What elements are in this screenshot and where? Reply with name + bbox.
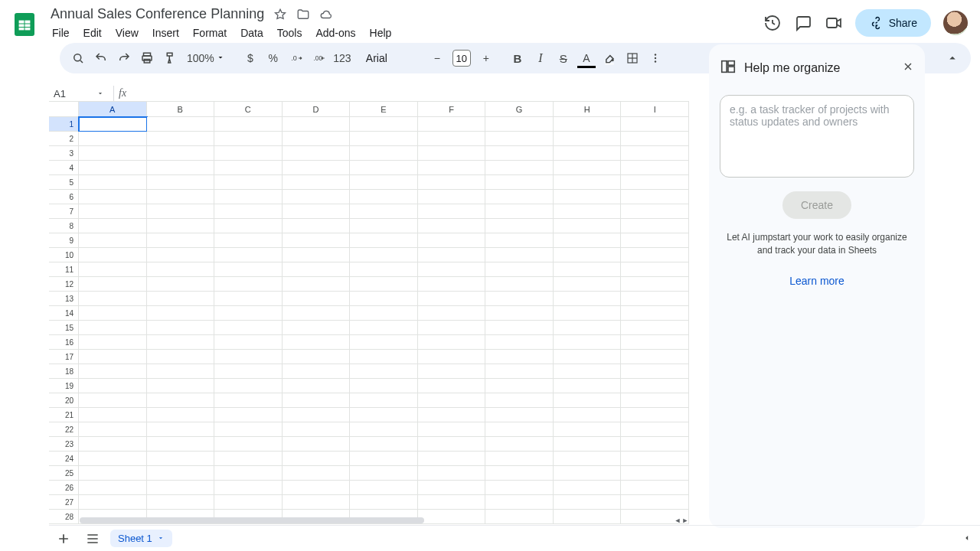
cell[interactable] [79, 175, 147, 190]
cell[interactable] [418, 321, 486, 335]
cell[interactable] [147, 364, 215, 379]
comments-icon[interactable] [794, 14, 812, 32]
cell[interactable] [214, 161, 283, 175]
decrease-decimal-icon[interactable]: .0 [286, 47, 307, 69]
cell[interactable] [621, 204, 689, 219]
row-header[interactable]: 3 [49, 146, 79, 161]
cell[interactable] [554, 495, 622, 510]
cell[interactable] [79, 219, 147, 233]
cell[interactable] [79, 117, 147, 132]
cell[interactable] [214, 175, 283, 190]
cell[interactable] [485, 350, 554, 364]
row-header[interactable]: 19 [49, 379, 79, 393]
cell[interactable] [621, 379, 689, 393]
cell[interactable] [214, 277, 283, 292]
cell[interactable] [214, 190, 283, 204]
paint-format-icon[interactable] [159, 47, 181, 69]
cell[interactable] [283, 306, 351, 321]
column-header[interactable]: A [79, 102, 147, 117]
cell[interactable] [283, 161, 351, 175]
font-select[interactable]: Arial [363, 52, 416, 64]
cell[interactable] [418, 466, 486, 481]
cell[interactable] [79, 146, 147, 161]
cell[interactable] [418, 277, 486, 292]
cell[interactable] [283, 335, 351, 350]
cell[interactable] [418, 452, 486, 466]
cell[interactable] [214, 481, 283, 495]
cell[interactable] [214, 452, 283, 466]
cell[interactable] [418, 393, 486, 408]
share-button[interactable]: Share [855, 9, 931, 37]
horizontal-scrollbar[interactable]: ◄ ► [80, 516, 689, 525]
cell[interactable] [283, 204, 351, 219]
cell[interactable] [418, 408, 486, 422]
cell[interactable] [418, 146, 486, 161]
cell[interactable] [621, 262, 689, 277]
cell[interactable] [350, 422, 418, 437]
cell[interactable] [350, 321, 418, 335]
cell[interactable] [350, 117, 418, 132]
row-header[interactable]: 8 [49, 219, 79, 233]
cell[interactable] [147, 408, 215, 422]
cell[interactable] [147, 350, 215, 364]
cell[interactable] [79, 292, 147, 306]
cell[interactable] [147, 204, 215, 219]
cell[interactable] [350, 233, 418, 248]
cell[interactable] [147, 437, 215, 452]
cell[interactable] [621, 350, 689, 364]
cell[interactable] [418, 364, 486, 379]
font-size-increase[interactable]: + [475, 47, 497, 69]
cell[interactable] [621, 321, 689, 335]
cell[interactable] [79, 364, 147, 379]
cell[interactable] [485, 306, 554, 321]
cell[interactable] [485, 466, 554, 481]
cell[interactable] [283, 495, 351, 510]
cell[interactable] [418, 306, 486, 321]
font-size-decrease[interactable]: − [426, 47, 448, 69]
row-header[interactable]: 13 [49, 292, 79, 306]
cell[interactable] [350, 466, 418, 481]
cell[interactable] [554, 393, 622, 408]
cell[interactable] [214, 466, 283, 481]
cell[interactable] [79, 379, 147, 393]
cell[interactable] [418, 422, 486, 437]
cell[interactable] [554, 132, 622, 146]
cell[interactable] [485, 452, 554, 466]
cell[interactable] [350, 190, 418, 204]
cell[interactable] [554, 321, 622, 335]
cell[interactable] [79, 190, 147, 204]
cell[interactable] [283, 146, 351, 161]
cell[interactable] [147, 393, 215, 408]
menu-file[interactable]: File [46, 25, 76, 41]
cell[interactable] [147, 117, 215, 132]
cell[interactable] [147, 233, 215, 248]
cell[interactable] [350, 408, 418, 422]
column-header[interactable]: C [214, 102, 283, 117]
cell[interactable] [350, 379, 418, 393]
borders-button[interactable] [622, 47, 643, 69]
cell[interactable] [214, 408, 283, 422]
move-folder-icon[interactable] [296, 8, 310, 21]
cell[interactable] [350, 146, 418, 161]
column-header[interactable]: B [147, 102, 215, 117]
menu-edit[interactable]: Edit [77, 25, 108, 41]
menu-help[interactable]: Help [364, 25, 398, 41]
redo-icon[interactable] [113, 47, 135, 69]
cell[interactable] [79, 335, 147, 350]
italic-button[interactable]: I [530, 47, 551, 69]
cell[interactable] [554, 408, 622, 422]
cell[interactable] [214, 495, 283, 510]
cell[interactable] [485, 219, 554, 233]
cell[interactable] [147, 452, 215, 466]
cell[interactable] [147, 146, 215, 161]
row-header[interactable]: 2 [49, 132, 79, 146]
currency-icon[interactable]: $ [240, 47, 261, 69]
create-button[interactable]: Create [782, 191, 851, 219]
cell[interactable] [350, 452, 418, 466]
cell[interactable] [621, 393, 689, 408]
cell[interactable] [485, 408, 554, 422]
cell[interactable] [485, 321, 554, 335]
cell[interactable] [79, 408, 147, 422]
cell[interactable] [214, 393, 283, 408]
show-side-panel-icon[interactable] [962, 533, 972, 546]
